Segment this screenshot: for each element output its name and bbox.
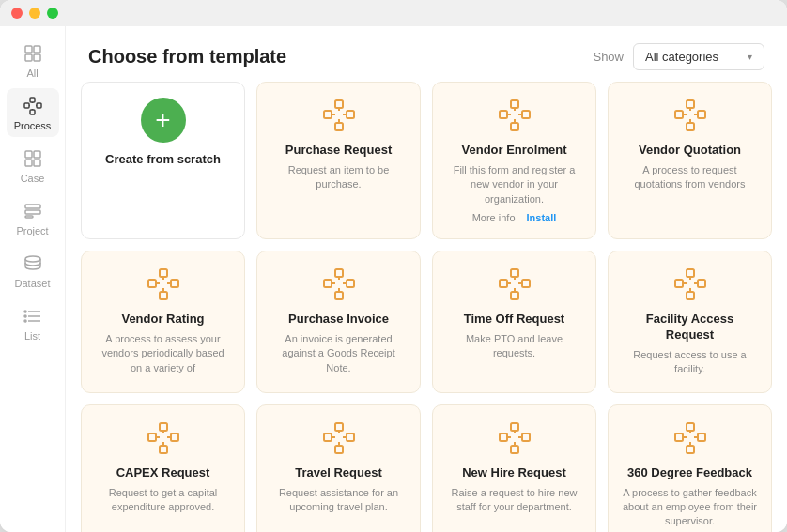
- vendor-quotation-title: Vendor Quotation: [639, 143, 741, 159]
- list-icon: [23, 306, 43, 327]
- facility-access-icon-area: [672, 266, 708, 302]
- sidebar: All Process: [0, 26, 66, 532]
- page-title: Choose from template: [88, 46, 286, 68]
- process-flow-icon-3: [672, 98, 708, 133]
- svg-point-23: [24, 311, 26, 312]
- svg-rect-67: [511, 269, 518, 277]
- grid-icon: [23, 43, 43, 64]
- more-info-link[interactable]: More info: [472, 212, 516, 223]
- svg-rect-101: [511, 446, 518, 453]
- purchase-invoice-icon-area: [321, 266, 357, 302]
- svg-rect-100: [522, 433, 530, 441]
- maximize-button[interactable]: [47, 8, 58, 19]
- process-flow-icon-10: [497, 420, 532, 456]
- svg-rect-16: [25, 205, 40, 208]
- purchase-invoice-title: Purchase Invoice: [288, 312, 389, 327]
- card-create-scratch[interactable]: + Create from scratch: [81, 82, 245, 239]
- svg-rect-5: [30, 98, 35, 102]
- svg-rect-51: [160, 269, 167, 277]
- svg-rect-2: [25, 54, 32, 61]
- process-flow-icon: [321, 98, 357, 133]
- card-facility-access[interactable]: Facility Access Request Request access t…: [608, 251, 772, 393]
- main-header: Choose from template Show All categories…: [66, 26, 787, 82]
- svg-rect-82: [148, 433, 156, 441]
- svg-rect-45: [687, 123, 694, 130]
- sidebar-item-project[interactable]: Project: [7, 193, 59, 242]
- card-vendor-enrolment[interactable]: Vendor Enrolment Fill this form and regi…: [432, 82, 596, 239]
- vendor-quotation-desc: A process to request quotations from ven…: [622, 163, 758, 192]
- process-icon: [23, 96, 43, 116]
- purchase-request-desc: Request an item to be purchase.: [270, 163, 407, 192]
- card-travel-request[interactable]: Travel Request Request assistance for an…: [256, 404, 421, 532]
- sidebar-label-project: Project: [16, 225, 48, 236]
- svg-rect-109: [687, 446, 694, 453]
- chevron-down-icon: ▾: [748, 52, 752, 62]
- card-capex[interactable]: CAPEX Request Request to get a capital e…: [81, 404, 245, 532]
- svg-rect-83: [160, 423, 167, 431]
- sidebar-item-list[interactable]: List: [7, 298, 59, 347]
- svg-rect-0: [25, 46, 32, 53]
- sidebar-item-dataset[interactable]: Dataset: [7, 246, 59, 295]
- svg-rect-26: [324, 111, 332, 118]
- 360-feedback-title: 360 Degree Feedback: [627, 465, 752, 481]
- svg-rect-52: [171, 280, 178, 287]
- svg-rect-12: [25, 151, 32, 158]
- card-purchase-invoice[interactable]: Purchase Invoice An invoice is generated…: [256, 251, 421, 393]
- time-off-desc: Make PTO and leave requests.: [446, 332, 582, 361]
- vendor-enrolment-actions: More info Install: [472, 212, 557, 223]
- card-vendor-rating[interactable]: Vendor Rating A process to assess your v…: [81, 251, 245, 393]
- svg-rect-61: [335, 292, 343, 299]
- svg-rect-37: [511, 123, 518, 130]
- svg-rect-60: [347, 280, 354, 287]
- 360-feedback-desc: A process to gather feedback about an em…: [622, 486, 758, 529]
- sidebar-label-case: Case: [21, 173, 45, 184]
- sidebar-label-list: List: [24, 330, 40, 342]
- close-button[interactable]: [11, 8, 23, 19]
- process-flow-icon-11: [672, 420, 708, 456]
- capex-desc: Request to get a capital expenditure app…: [95, 486, 231, 515]
- sidebar-item-all[interactable]: All: [7, 36, 59, 84]
- card-new-hire[interactable]: New Hire Request Raise a request to hire…: [432, 404, 596, 532]
- svg-rect-58: [324, 280, 332, 287]
- svg-rect-99: [511, 423, 518, 431]
- vendor-quotation-icon-area: [672, 98, 708, 133]
- svg-rect-59: [335, 269, 343, 277]
- card-purchase-request[interactable]: Purchase Request Request an item to be p…: [256, 82, 421, 239]
- svg-rect-27: [335, 100, 343, 108]
- svg-rect-1: [34, 46, 40, 53]
- install-link[interactable]: Install: [527, 212, 557, 223]
- category-dropdown[interactable]: All categories ▾: [633, 43, 764, 70]
- category-value: All categories: [645, 50, 718, 64]
- svg-rect-107: [687, 423, 694, 431]
- svg-rect-18: [25, 216, 33, 218]
- svg-rect-53: [160, 292, 167, 299]
- svg-rect-42: [675, 111, 683, 118]
- vendor-enrolment-title: Vendor Enrolment: [462, 143, 567, 159]
- svg-point-25: [24, 320, 26, 322]
- capex-icon-area: [146, 420, 181, 456]
- sidebar-item-process[interactable]: Process: [7, 88, 59, 137]
- svg-rect-15: [34, 160, 40, 166]
- svg-rect-29: [335, 123, 343, 130]
- svg-point-19: [25, 256, 40, 262]
- show-label: Show: [593, 50, 624, 64]
- scratch-title: Create from scratch: [105, 152, 221, 168]
- sidebar-item-case[interactable]: Case: [7, 141, 59, 190]
- svg-rect-108: [698, 433, 705, 441]
- 360-feedback-icon-area: [672, 420, 708, 456]
- card-360-feedback[interactable]: 360 Degree Feedback A process to gather …: [608, 404, 772, 532]
- svg-rect-28: [347, 111, 354, 118]
- svg-rect-36: [522, 111, 530, 118]
- purchase-request-title: Purchase Request: [285, 143, 392, 159]
- card-time-off[interactable]: Time Off Request Make PTO and leave requ…: [432, 251, 596, 393]
- svg-rect-91: [335, 423, 343, 431]
- travel-request-title: Travel Request: [295, 465, 382, 481]
- new-hire-title: New Hire Request: [462, 465, 566, 481]
- facility-access-desc: Request access to use a facility.: [622, 348, 758, 377]
- svg-rect-3: [34, 54, 40, 61]
- purchase-invoice-desc: An invoice is generated against a Goods …: [270, 332, 407, 375]
- svg-rect-106: [675, 433, 683, 441]
- card-vendor-quotation[interactable]: Vendor Quotation A process to request qu…: [608, 82, 772, 239]
- minimize-button[interactable]: [29, 8, 40, 19]
- case-icon: [23, 148, 43, 169]
